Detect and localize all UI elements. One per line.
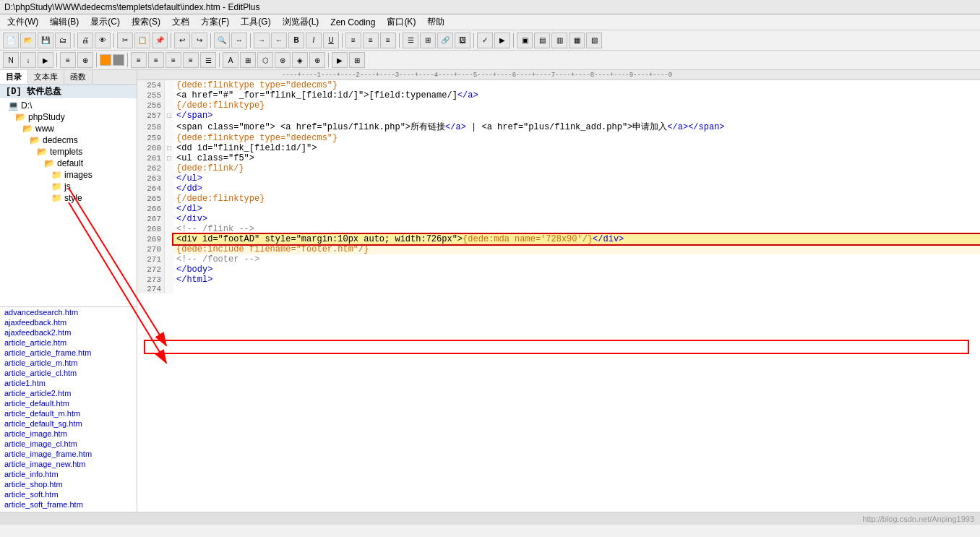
menu-edit[interactable]: 编辑(B) [46, 15, 83, 29]
preview-btn[interactable]: 👁 [95, 33, 111, 48]
tree-node[interactable]: 📂 phpStudy [0, 111, 137, 123]
menu-window[interactable]: 窗口(K) [382, 15, 420, 29]
tb2-btn16[interactable]: ⊕ [309, 52, 325, 68]
collapse-button[interactable]: □ [165, 143, 173, 153]
collapse-button[interactable] [165, 133, 173, 143]
file-item[interactable]: article_image_new.htm [0, 459, 137, 469]
menu-tools[interactable]: 工具(G) [236, 15, 275, 29]
file-item[interactable]: ajaxfeedback.htm [0, 317, 137, 327]
outdent-btn[interactable]: ← [271, 33, 287, 48]
code-content[interactable]: 254 {dede:flinktype type="dedecms"}255 <… [137, 80, 980, 512]
collapse-button[interactable] [165, 244, 173, 254]
collapse-button[interactable]: □ [165, 153, 173, 163]
tree-node[interactable]: 📁 images [0, 169, 137, 181]
collapse-button[interactable] [165, 90, 173, 100]
tb2-btn7[interactable]: ≡ [148, 52, 164, 68]
tb2-btn18[interactable]: ⊞ [349, 52, 365, 68]
menu-help[interactable]: 帮助 [423, 15, 449, 29]
collapse-button[interactable] [165, 80, 173, 90]
italic-btn[interactable]: I [306, 33, 322, 48]
collapse-button[interactable] [165, 163, 173, 173]
file-item[interactable]: article_soft_frame.htm [0, 499, 137, 510]
layout4-btn[interactable]: ▦ [569, 33, 585, 48]
collapse-button[interactable] [165, 275, 173, 285]
tb2-btn2[interactable]: ↓ [20, 52, 36, 68]
link-btn[interactable]: 🔗 [437, 33, 453, 48]
tb2-btn14[interactable]: ⊛ [275, 52, 291, 68]
run-btn[interactable]: ▶ [494, 33, 510, 48]
print-btn[interactable]: 🖨 [77, 33, 93, 48]
tb2-btn12[interactable]: ⊞ [240, 52, 256, 68]
collapse-button[interactable] [165, 100, 173, 111]
file-item[interactable]: article_image_frame.htm [0, 449, 137, 459]
collapse-button[interactable] [165, 121, 173, 133]
collapse-button[interactable] [165, 194, 173, 204]
table-btn[interactable]: ⊞ [420, 33, 436, 48]
indent-btn[interactable]: → [254, 33, 270, 48]
tree-node[interactable]: 💻 D:\ [0, 100, 137, 111]
file-item[interactable]: article_image.htm [0, 429, 137, 439]
tb2-btn15[interactable]: ◈ [292, 52, 308, 68]
menu-search[interactable]: 搜索(S) [127, 15, 165, 29]
collapse-button[interactable]: □ [165, 111, 173, 121]
menu-browser[interactable]: 浏览器(L) [278, 15, 324, 29]
tb2-color1[interactable] [100, 54, 111, 66]
collapse-button[interactable] [165, 214, 173, 224]
tab-textlib[interactable]: 文本库 [28, 70, 64, 84]
copy-btn[interactable]: 📋 [134, 33, 150, 48]
collapse-button[interactable] [165, 173, 173, 184]
tree-node[interactable]: 📁 style [0, 192, 137, 204]
align-left-btn[interactable]: ≡ [345, 33, 361, 48]
collapse-button[interactable] [165, 285, 173, 293]
file-item[interactable]: article_spec.htm [0, 510, 137, 512]
tb2-color2[interactable] [113, 54, 124, 66]
tree-node[interactable]: 📂 templets [0, 146, 137, 158]
bold-btn[interactable]: B [288, 33, 304, 48]
collapse-button[interactable] [165, 254, 173, 265]
tb2-btn11[interactable]: A [223, 52, 238, 68]
collapse-button[interactable] [165, 184, 173, 194]
undo-btn[interactable]: ↩ [174, 33, 190, 48]
file-item[interactable]: article1.htm [0, 378, 137, 388]
file-item[interactable]: article_info.htm [0, 469, 137, 479]
collapse-button[interactable] [165, 265, 173, 275]
redo-btn[interactable]: ↪ [192, 33, 207, 48]
tb2-btn6[interactable]: ≡ [131, 52, 147, 68]
tb2-btn10[interactable]: ☰ [200, 52, 216, 68]
collapse-button[interactable] [165, 204, 173, 214]
save-all-btn[interactable]: 🗂 [55, 33, 71, 48]
layout1-btn[interactable]: ▣ [517, 33, 533, 48]
paste-btn[interactable]: 📌 [152, 33, 168, 48]
file-item[interactable]: article_default_sg.htm [0, 418, 137, 429]
menu-file[interactable]: 文件(W) [3, 15, 43, 29]
file-item[interactable]: article_default.htm [0, 398, 137, 408]
file-item[interactable]: article_default_m.htm [0, 408, 137, 418]
file-item[interactable]: article_soft.htm [0, 489, 137, 499]
layout2-btn[interactable]: ▤ [534, 33, 550, 48]
menu-view[interactable]: 显示(C) [86, 15, 124, 29]
file-item[interactable]: article_article2.htm [0, 388, 137, 398]
menu-zen[interactable]: Zen Coding [326, 17, 379, 28]
open-btn[interactable]: 📂 [20, 33, 36, 48]
file-item[interactable]: article_shop.htm [0, 479, 137, 489]
align-center-btn[interactable]: ≡ [363, 33, 379, 48]
tab-functions[interactable]: 函数 [64, 70, 93, 84]
tb2-btn5[interactable]: ⊕ [77, 52, 93, 68]
tb2-btn8[interactable]: ≡ [166, 52, 181, 68]
file-item[interactable]: article_article_cl.htm [0, 368, 137, 378]
tree-node[interactable]: 📁 js [0, 181, 137, 192]
file-item[interactable]: advancedsearch.htm [0, 307, 137, 317]
tree-node[interactable]: 📂 www [0, 123, 137, 134]
replace-btn[interactable]: ↔ [231, 33, 247, 48]
tb2-btn1[interactable]: N [3, 52, 19, 68]
tb2-btn17[interactable]: ▶ [332, 52, 348, 68]
cut-btn[interactable]: ✂ [117, 33, 133, 48]
tb2-btn13[interactable]: ⬡ [257, 52, 273, 68]
collapse-button[interactable] [165, 224, 173, 234]
check-btn[interactable]: ✓ [477, 33, 493, 48]
layout3-btn[interactable]: ▥ [551, 33, 567, 48]
tb2-btn3[interactable]: ▶ [38, 52, 53, 68]
file-item[interactable]: article_image_cl.htm [0, 439, 137, 449]
menu-doc[interactable]: 文档 [168, 15, 194, 29]
underline-btn[interactable]: U [323, 33, 339, 48]
